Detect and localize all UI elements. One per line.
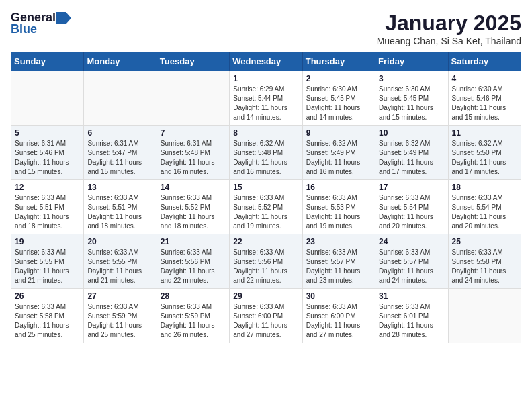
calendar-week-row: 1Sunrise: 6:29 AM Sunset: 5:44 PM Daylig… [11,71,521,126]
calendar-cell: 4Sunrise: 6:30 AM Sunset: 5:46 PM Daylig… [448,71,521,126]
calendar-header-friday: Friday [375,52,448,71]
calendar-cell: 1Sunrise: 6:29 AM Sunset: 5:44 PM Daylig… [230,71,302,126]
calendar-cell: 5Sunrise: 6:31 AM Sunset: 5:46 PM Daylig… [11,126,84,180]
day-info: Sunrise: 6:33 AM Sunset: 5:59 PM Dayligh… [161,302,226,340]
calendar-cell: 31Sunrise: 6:33 AM Sunset: 6:01 PM Dayli… [375,289,448,343]
day-number: 18 [452,183,517,192]
calendar-cell [157,71,229,126]
day-info: Sunrise: 6:32 AM Sunset: 5:50 PM Dayligh… [452,139,517,177]
day-number: 2 [306,74,371,83]
day-number: 7 [161,128,226,138]
day-number: 20 [87,237,152,246]
calendar-week-row: 12Sunrise: 6:33 AM Sunset: 5:51 PM Dayli… [11,180,521,234]
day-info: Sunrise: 6:33 AM Sunset: 6:00 PM Dayligh… [233,302,298,340]
calendar-cell: 15Sunrise: 6:33 AM Sunset: 5:52 PM Dayli… [230,180,302,234]
calendar-cell: 28Sunrise: 6:33 AM Sunset: 5:59 PM Dayli… [157,289,229,343]
calendar-table: SundayMondayTuesdayWednesdayThursdayFrid… [11,52,521,343]
day-info: Sunrise: 6:33 AM Sunset: 5:56 PM Dayligh… [161,248,226,285]
day-info: Sunrise: 6:33 AM Sunset: 5:58 PM Dayligh… [15,302,80,340]
day-number: 16 [306,183,371,192]
day-number: 31 [379,291,444,301]
day-info: Sunrise: 6:33 AM Sunset: 5:55 PM Dayligh… [15,248,80,285]
day-info: Sunrise: 6:30 AM Sunset: 5:45 PM Dayligh… [379,85,444,122]
day-info: Sunrise: 6:29 AM Sunset: 5:44 PM Dayligh… [233,85,298,122]
day-number: 26 [15,291,80,301]
calendar-cell: 3Sunrise: 6:30 AM Sunset: 5:45 PM Daylig… [375,71,448,126]
logo-flag-icon [56,12,71,24]
day-info: Sunrise: 6:32 AM Sunset: 5:49 PM Dayligh… [379,139,444,177]
day-info: Sunrise: 6:33 AM Sunset: 5:58 PM Dayligh… [452,248,517,285]
day-number: 21 [161,237,226,246]
page-header: General Blue January 2025 Mueang Chan, S… [11,11,521,46]
calendar-cell: 10Sunrise: 6:32 AM Sunset: 5:49 PM Dayli… [375,126,448,180]
day-number: 3 [379,74,444,83]
calendar-week-row: 5Sunrise: 6:31 AM Sunset: 5:46 PM Daylig… [11,126,521,180]
page-subtitle: Mueang Chan, Si Sa Ket, Thailand [377,36,521,46]
day-number: 10 [379,128,444,138]
day-number: 23 [306,237,371,246]
day-info: Sunrise: 6:32 AM Sunset: 5:49 PM Dayligh… [306,139,371,177]
calendar-cell: 20Sunrise: 6:33 AM Sunset: 5:55 PM Dayli… [84,234,157,289]
day-info: Sunrise: 6:31 AM Sunset: 5:48 PM Dayligh… [161,139,226,177]
day-number: 15 [233,183,298,192]
day-info: Sunrise: 6:33 AM Sunset: 6:01 PM Dayligh… [379,302,444,340]
calendar-cell: 13Sunrise: 6:33 AM Sunset: 5:51 PM Dayli… [84,180,157,234]
page-title: January 2025 [377,11,521,36]
logo: General Blue [11,11,71,36]
day-info: Sunrise: 6:33 AM Sunset: 5:55 PM Dayligh… [87,248,152,285]
day-info: Sunrise: 6:33 AM Sunset: 6:00 PM Dayligh… [306,302,371,340]
calendar-cell [11,71,84,126]
day-info: Sunrise: 6:33 AM Sunset: 5:57 PM Dayligh… [379,248,444,285]
calendar-cell: 25Sunrise: 6:33 AM Sunset: 5:58 PM Dayli… [448,234,521,289]
calendar-header-tuesday: Tuesday [157,52,229,71]
day-info: Sunrise: 6:33 AM Sunset: 5:54 PM Dayligh… [379,193,444,231]
day-number: 24 [379,237,444,246]
day-number: 19 [15,237,80,246]
day-number: 28 [161,291,226,301]
title-section: January 2025 Mueang Chan, Si Sa Ket, Tha… [377,11,521,46]
day-info: Sunrise: 6:33 AM Sunset: 5:51 PM Dayligh… [87,193,152,231]
calendar-week-row: 26Sunrise: 6:33 AM Sunset: 5:58 PM Dayli… [11,289,521,343]
calendar-cell: 22Sunrise: 6:33 AM Sunset: 5:56 PM Dayli… [230,234,302,289]
day-number: 5 [15,128,80,138]
calendar-cell: 30Sunrise: 6:33 AM Sunset: 6:00 PM Dayli… [302,289,375,343]
calendar-header-wednesday: Wednesday [230,52,302,71]
day-number: 17 [379,183,444,192]
svg-marker-0 [56,12,71,24]
calendar-cell: 29Sunrise: 6:33 AM Sunset: 6:00 PM Dayli… [230,289,302,343]
day-number: 14 [161,183,226,192]
calendar-cell: 9Sunrise: 6:32 AM Sunset: 5:49 PM Daylig… [302,126,375,180]
day-info: Sunrise: 6:33 AM Sunset: 5:54 PM Dayligh… [452,193,517,231]
calendar-cell: 18Sunrise: 6:33 AM Sunset: 5:54 PM Dayli… [448,180,521,234]
calendar-cell: 26Sunrise: 6:33 AM Sunset: 5:58 PM Dayli… [11,289,84,343]
calendar-cell: 24Sunrise: 6:33 AM Sunset: 5:57 PM Dayli… [375,234,448,289]
calendar-cell: 7Sunrise: 6:31 AM Sunset: 5:48 PM Daylig… [157,126,229,180]
day-info: Sunrise: 6:30 AM Sunset: 5:45 PM Dayligh… [306,85,371,122]
day-info: Sunrise: 6:33 AM Sunset: 5:52 PM Dayligh… [233,193,298,231]
calendar-cell [448,289,521,343]
calendar-cell: 12Sunrise: 6:33 AM Sunset: 5:51 PM Dayli… [11,180,84,234]
calendar-cell: 2Sunrise: 6:30 AM Sunset: 5:45 PM Daylig… [302,71,375,126]
calendar-header-row: SundayMondayTuesdayWednesdayThursdayFrid… [11,52,521,71]
day-number: 29 [233,291,298,301]
day-number: 8 [233,128,298,138]
calendar-cell: 8Sunrise: 6:32 AM Sunset: 5:48 PM Daylig… [230,126,302,180]
calendar-cell: 17Sunrise: 6:33 AM Sunset: 5:54 PM Dayli… [375,180,448,234]
day-info: Sunrise: 6:33 AM Sunset: 5:52 PM Dayligh… [161,193,226,231]
day-info: Sunrise: 6:31 AM Sunset: 5:46 PM Dayligh… [15,139,80,177]
calendar-header-monday: Monday [84,52,157,71]
calendar-header-sunday: Sunday [11,52,84,71]
day-info: Sunrise: 6:31 AM Sunset: 5:47 PM Dayligh… [87,139,152,177]
calendar-cell: 6Sunrise: 6:31 AM Sunset: 5:47 PM Daylig… [84,126,157,180]
day-info: Sunrise: 6:33 AM Sunset: 5:56 PM Dayligh… [233,248,298,285]
day-number: 11 [452,128,517,138]
calendar-cell: 19Sunrise: 6:33 AM Sunset: 5:55 PM Dayli… [11,234,84,289]
day-info: Sunrise: 6:33 AM Sunset: 5:51 PM Dayligh… [15,193,80,231]
day-info: Sunrise: 6:33 AM Sunset: 5:59 PM Dayligh… [87,302,152,340]
day-number: 1 [233,74,298,83]
calendar-week-row: 19Sunrise: 6:33 AM Sunset: 5:55 PM Dayli… [11,234,521,289]
calendar-cell: 21Sunrise: 6:33 AM Sunset: 5:56 PM Dayli… [157,234,229,289]
day-number: 4 [452,74,517,83]
day-info: Sunrise: 6:32 AM Sunset: 5:48 PM Dayligh… [233,139,298,177]
day-info: Sunrise: 6:33 AM Sunset: 5:53 PM Dayligh… [306,193,371,231]
